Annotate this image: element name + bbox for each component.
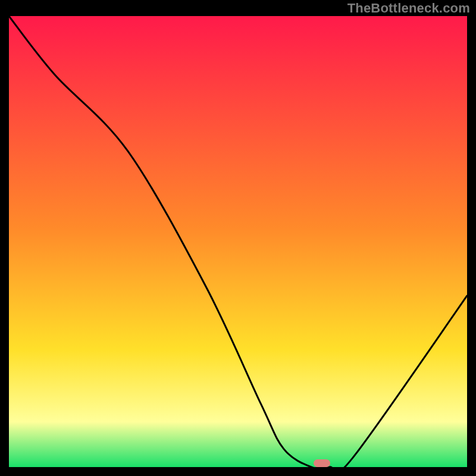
optimal-marker [314, 459, 330, 467]
bottleneck-curve [9, 16, 467, 467]
watermark-text: TheBottleneck.com [347, 1, 470, 16]
chart-container: TheBottleneck.com [0, 0, 476, 476]
plot-area [9, 16, 467, 467]
